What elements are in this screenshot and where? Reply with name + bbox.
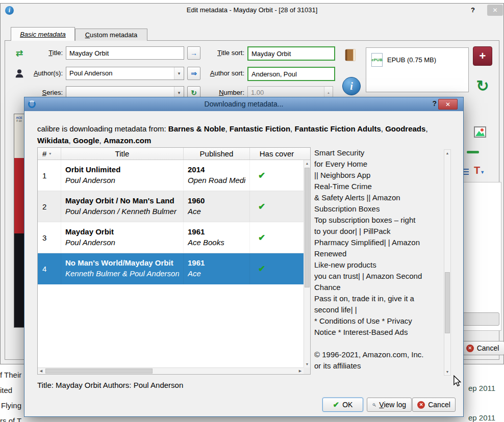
format-entry[interactable]: ePUB EPUB (0.75 MB): [371, 53, 436, 67]
preview-line: Smart Security: [314, 148, 443, 160]
metadata-info-button[interactable]: i: [340, 75, 363, 97]
generate-cover-icon[interactable]: [474, 126, 486, 138]
results-table: #▾ Title Published Has cover 1 Orbit Unl…: [37, 147, 311, 375]
result-row[interactable]: 1 Orbit UnlimitedPoul Anderson 2014Open …: [38, 160, 304, 191]
ok-button[interactable]: ✔ OK: [322, 398, 363, 412]
source-name: Wikidata: [37, 136, 69, 145]
title-label: Title:: [30, 49, 63, 57]
scroll-down-icon[interactable]: ▼: [444, 368, 450, 375]
green-minus-icon[interactable]: [467, 151, 479, 153]
scroll-down-icon[interactable]: ▼: [304, 361, 310, 367]
close-button[interactable]: ✕: [438, 99, 458, 110]
swap-title-author-icon[interactable]: ⇄: [13, 46, 26, 60]
book-list-fragment: ited: [0, 386, 12, 394]
intro-prefix: calibre is downloading metadata from:: [37, 124, 168, 133]
book-list-fragment: f Their: [0, 371, 21, 379]
preview-vertical-scrollbar[interactable]: ▲ ▼: [444, 149, 451, 376]
ok-label: OK: [342, 401, 352, 409]
authors-label: Author(s):: [19, 69, 63, 77]
scroll-up-icon[interactable]: ▲: [304, 160, 310, 167]
book-list-fragment: Flying: [1, 401, 21, 410]
source-name: Barnes & Noble: [168, 124, 225, 133]
table-vertical-scrollbar[interactable]: ▲ ▼: [304, 160, 310, 367]
has-cover-check-icon: ✔: [258, 263, 265, 274]
result-year: 1961: [188, 226, 245, 237]
view-log-button[interactable]: View log: [367, 398, 412, 412]
column-header-title[interactable]: Title: [61, 148, 184, 160]
modal-titlebar[interactable]: Downloading metadata... ? ✕: [24, 97, 463, 111]
help-button[interactable]: ?: [471, 6, 475, 14]
preview-line: || Neighbors App: [314, 171, 443, 182]
result-row[interactable]: 3 Mayday OrbitPoul Anderson 1961Ace Book…: [38, 222, 304, 253]
result-publisher: Open Road Media: [188, 175, 245, 186]
row-number: 3: [38, 222, 61, 253]
result-row-selected[interactable]: 4 No Man's World/Mayday OrbitKenneth Bul…: [38, 253, 304, 284]
title-input[interactable]: [66, 46, 184, 60]
screen: f Their ited Flying rs of T ep 2011 ep 2…: [0, 0, 504, 422]
result-year: 2014: [188, 164, 245, 175]
edit-dialog-titlebar[interactable]: i Edit metadata - Mayday Orbit - [28 of …: [1, 4, 503, 17]
column-header-published[interactable]: Published: [184, 148, 250, 160]
edit-dialog-cancel-button[interactable]: ✕ Cancel: [461, 341, 504, 355]
result-row[interactable]: 2 Mayday Orbit / No Man's LandPoul Ander…: [38, 191, 304, 222]
result-publisher: Ace: [188, 268, 245, 279]
chevron-down-icon[interactable]: ▾: [174, 67, 184, 80]
result-authors: Poul Anderson: [65, 175, 179, 186]
preview-line: Chance: [314, 283, 443, 294]
table-horizontal-scrollbar[interactable]: ◀ ▶: [38, 367, 304, 374]
add-format-button[interactable]: +: [473, 46, 492, 66]
tab-custom-metadata[interactable]: Custom metadata: [75, 29, 147, 41]
download-sources-text: calibre is downloading metadata from: Ba…: [37, 123, 449, 146]
preview-line: Notice * Interest-Based Ads: [314, 328, 443, 339]
preview-line: you can trust| | Amazon Second: [314, 272, 443, 283]
preview-line: Subscription Boxes: [314, 204, 443, 216]
preview-line: Pharmacy Simplified| | Amazon: [314, 238, 443, 249]
down-arrow-icon: ▼: [480, 170, 485, 175]
info-icon: i: [342, 77, 361, 95]
restore-formats-button[interactable]: ↻: [473, 76, 492, 95]
result-year: 1961: [188, 257, 245, 268]
cancel-x-icon: ✕: [466, 345, 474, 352]
modal-title: Downloading metadata...: [24, 100, 463, 108]
column-header-num[interactable]: #▾: [38, 148, 61, 160]
result-title: No Man's World/Mayday Orbit: [65, 257, 179, 268]
result-year: 1960: [188, 195, 245, 206]
cancel-button[interactable]: ✕ Cancel: [412, 398, 456, 412]
formats-list[interactable]: ePUB EPUB (0.75 MB): [366, 47, 469, 92]
results-table-header[interactable]: #▾ Title Published Has cover: [38, 148, 310, 160]
has-cover-check-icon: ✔: [258, 201, 265, 212]
result-authors: Poul Anderson: [65, 237, 179, 248]
series-number-value: 1.00: [251, 89, 264, 96]
author-sort-input[interactable]: [247, 67, 335, 81]
scroll-left-icon[interactable]: ◀: [38, 368, 44, 374]
source-name: Fantastic Fiction Adults: [294, 124, 381, 133]
close-button[interactable]: ✕: [487, 5, 503, 16]
date-fragment: ep 2011: [468, 413, 495, 422]
number-label: Number:: [204, 89, 244, 96]
scroll-thumb[interactable]: [445, 272, 450, 333]
open-book-button[interactable]: [339, 44, 363, 66]
scroll-thumb[interactable]: [45, 368, 153, 374]
recycle-icon: ↻: [476, 77, 489, 95]
preview-line: for Every Home: [314, 160, 443, 171]
preview-line: © 1996-2021, Amazon.com, Inc.: [314, 350, 443, 361]
plus-icon: +: [480, 49, 486, 63]
auto-title-sort-button[interactable]: →: [187, 46, 200, 60]
preview-line: to your door| | PillPack: [314, 227, 443, 238]
scroll-up-icon[interactable]: ▲: [444, 150, 450, 156]
preview-line: Like-new products: [314, 260, 443, 272]
text-cover-icon[interactable]: T▼: [474, 165, 485, 176]
scroll-right-icon[interactable]: ▶: [297, 368, 304, 374]
auto-author-sort-button[interactable]: ⇒: [187, 67, 200, 80]
scroll-thumb[interactable]: [305, 168, 310, 287]
background-button-fragment[interactable]: [463, 312, 499, 326]
help-button[interactable]: ?: [432, 99, 437, 108]
preview-line: second life| |: [314, 305, 443, 316]
preview-line: * Conditions of Use * Privacy: [314, 316, 443, 328]
authors-combo[interactable]: Poul Anderson ▾: [66, 67, 184, 80]
authors-value: Poul Anderson: [69, 69, 113, 77]
downloading-metadata-dialog: Downloading metadata... ? ✕ calibre is d…: [24, 97, 464, 417]
column-header-has-cover[interactable]: Has cover: [250, 148, 304, 160]
tab-basic-metadata[interactable]: Basic metadata: [11, 27, 75, 41]
title-sort-input[interactable]: [247, 46, 335, 61]
